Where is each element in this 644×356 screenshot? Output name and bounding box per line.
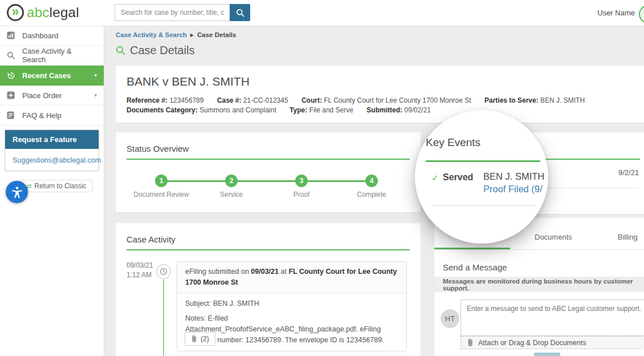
sidebar-item-place-order[interactable]: Place Order ▾ [0,86,104,106]
served-status: Served [443,172,473,183]
step-connector [238,180,295,182]
case-meta-row2: Documents Category: Summons and Complain… [127,106,641,115]
step-circle-3: 3 [295,175,308,187]
sidebar-nav: Dashboard Case Activity & Search Recent … [0,26,104,356]
sidebar-item-label: FAQ & Help [22,111,62,120]
message-notice: Messages are monitored during business h… [434,277,644,292]
return-to-classic-button[interactable]: ⇄ Return to Classic [21,180,93,192]
user-name[interactable]: User Name [597,9,635,17]
sidebar-item-label: Recent Cases [22,71,71,80]
step-label: Proof [264,191,339,199]
accessibility-widget-button[interactable] [6,181,28,203]
meta-label: Reference #: [127,96,168,104]
row-divider [430,205,536,206]
step-circle-2: 2 [225,175,238,187]
attach-dropzone-label: Attach or Drag & Drop Documents [478,339,586,347]
search-icon [7,51,17,59]
sidebar-item-case-activity-search[interactable]: Case Activity & Search [0,46,104,66]
chevron-down-icon: ▾ [94,92,97,98]
status-overview-title: Status Overview [127,144,189,153]
attachments-button[interactable]: (2) [185,332,215,346]
timeline-line [163,280,164,356]
meta-label: Submitted: [366,106,402,114]
return-to-classic-label: Return to Classic [34,182,86,190]
search-input[interactable] [115,4,230,21]
activity-date: 09/03/21 [127,261,153,270]
logo-chevron-icon: » [7,4,24,21]
clock-icon [156,264,171,279]
attach-dropzone[interactable]: Attach or Drag & Drop Documents [460,336,644,349]
paperclip-icon [467,338,474,347]
activity-time: 1:12 AM [127,270,153,280]
page-title-text: Case Details [130,44,194,57]
plus-square-icon [7,91,17,99]
case-header-card: BANK v BEN J. SMITH Reference #: 1234567… [116,66,644,123]
panel-divider [127,159,410,160]
step-connector [308,180,365,182]
suggestions-email-link[interactable]: Suggestions@abclegal.com [13,156,101,164]
breadcrumb-parent-link[interactable]: Case Activity & Search [116,31,187,38]
panel-divider [127,249,410,250]
accessibility-icon [10,185,24,199]
chevron-down-icon: ▾ [94,72,97,78]
search-button[interactable] [230,4,250,21]
served-person: BEN J. SMITH [483,171,544,182]
send-button[interactable] [534,353,560,356]
meta-label: Parties to Serve: [484,96,539,104]
meta-value: 09/02/21 [404,106,431,114]
history-icon [7,71,17,80]
breadcrumb: Case Activity & Search▶Case Details [116,31,236,38]
magnifier-zoom-overlay: Key Events ✓ Served BEN J. SMITH Proof F… [415,110,548,244]
dashboard-icon [7,31,17,39]
message-input[interactable] [460,300,644,336]
event-subject: Subject: BEN J. SMITH [185,300,398,308]
sidebar-item-recent-cases[interactable]: Recent Cases ▾ [0,66,104,86]
case-activity-panel: Case Activity 09/03/21 1:12 AM eFiling s… [116,223,421,356]
step-label: Complete [335,191,409,199]
key-event-date: 9/2/21 [618,168,639,177]
activity-event-card: eFiling submitted on 09/03/21 at FL Coun… [177,261,407,351]
logo-wordmark: abclegal [27,5,79,21]
step-circle-1: 1 [155,175,168,187]
case-meta: Reference #: 123456789 Case #: 21-CC-012… [127,96,641,115]
send-message-title: Send a Message [443,262,507,272]
meta-value: File and Serve [309,106,353,114]
abclegal-logo[interactable]: » abclegal [7,4,79,21]
tab-documents[interactable]: Documents [535,233,572,241]
avatar[interactable] [639,5,644,23]
event-notes: Notes: E-filed Attachment_ProofofService… [185,313,398,346]
step-label: Service [194,191,268,199]
sidebar-item-label: Dashboard [22,31,59,40]
sidebar-item-label: Case Activity & Search [22,47,97,64]
meta-value: FL County Court for Lee County 1700 Monr… [324,96,471,104]
search-icon [236,9,244,17]
status-overview-panel: Status Overview 1 2 3 4 Document Review … [116,132,421,212]
meta-label: Case #: [217,96,242,104]
meta-label: Type: [290,106,307,114]
page-title: Case Details [116,44,194,57]
request-feature-box: Request a Feature Suggestions@abclegal.c… [5,130,99,171]
panel-divider [426,160,540,162]
event-headline: eFiling submitted on 09/03/21 at FL Coun… [177,262,406,293]
key-events-title: Key Events [426,136,480,149]
meta-value: Summons and Complaint [199,106,276,114]
attachment-count: (2) [201,335,209,343]
user-initials-avatar: HT [441,309,459,328]
sidebar-item-faq-help[interactable]: FAQ & Help [0,106,104,126]
request-feature-title: Request a Feature [5,130,99,149]
tab-billing[interactable]: Billing [618,233,638,241]
activity-timestamp: 09/03/21 1:12 AM [127,261,153,280]
magnifier-icon [116,46,125,55]
top-header: » abclegal User Name [0,0,644,26]
active-tab-indicator [434,248,510,249]
check-icon: ✓ [431,173,439,183]
meta-value: BEN J. SMITH [540,96,585,104]
proof-filed-link[interactable]: Proof Filed (9/ [483,184,543,195]
paperclip-icon [191,335,197,343]
sidebar-item-label: Place Order [22,91,62,100]
breadcrumb-arrow-icon: ▶ [190,33,194,38]
meta-value: 123456789 [169,96,203,104]
sidebar-item-dashboard[interactable]: Dashboard [0,26,104,46]
case-activity-title: Case Activity [127,234,176,244]
document-icon [7,111,17,119]
